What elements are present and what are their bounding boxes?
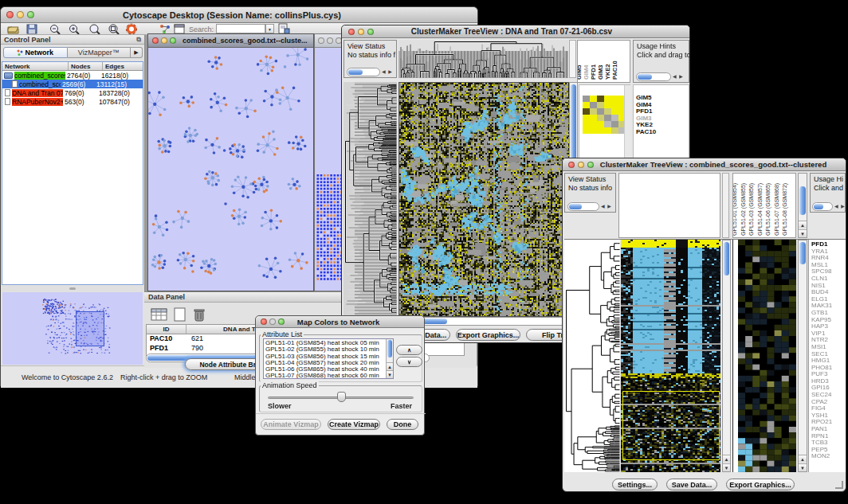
combined-top-vscrollbar[interactable]: ▲ ▼	[798, 173, 807, 238]
tab-overflow-button[interactable]: ▶	[131, 47, 143, 58]
treeview-combined-titlebar[interactable]: ClusterMaker TreeView : combined_scores_…	[563, 158, 846, 171]
delete-attribute-icon[interactable]	[192, 307, 206, 322]
close-button[interactable]	[6, 11, 14, 18]
help-icon[interactable]	[125, 23, 138, 35]
view-status-scrollbar[interactable]: ◀ ▶	[567, 202, 614, 211]
attribute-list-scrollbar[interactable]: ▲ ▼	[386, 339, 393, 378]
network-row[interactable]: combined_scores2764(0)16218(0)	[2, 71, 143, 80]
tab-network[interactable]: Network	[3, 47, 68, 58]
zoom-button[interactable]	[278, 318, 285, 325]
dna-mini-heatmap[interactable]	[583, 96, 626, 134]
report-icon[interactable]	[278, 23, 290, 34]
panel-divider[interactable]	[2, 286, 143, 292]
network-overview-canvas[interactable]	[2, 292, 143, 365]
dna-heatmap[interactable]	[398, 82, 570, 317]
zoom-button[interactable]	[587, 162, 594, 168]
close-button[interactable]	[152, 37, 159, 44]
attribute-list[interactable]: GPL51-01 (GSM854) heat shock 05 minGPL51…	[263, 338, 394, 379]
combined-save-data-button[interactable]: Save Data...	[666, 479, 717, 490]
treeview-dna-titlebar[interactable]: ClusterMaker TreeView : DNA and Tran 07-…	[342, 25, 689, 38]
usage-hints-scrollbar[interactable]: ◀ ▶	[812, 202, 846, 211]
network-row[interactable]: combined_sco2569(6)13112(15)	[2, 80, 143, 88]
gene-label[interactable]: MON2	[811, 453, 846, 460]
dna-rotated-labels: GIM5GIM4PFD1GIM3YKE2PAC10	[577, 40, 630, 83]
gene-label[interactable]: PAC10	[636, 129, 689, 136]
view-status-line2: No status info f	[347, 51, 396, 60]
search-dropdown-button[interactable]: ▼	[265, 24, 274, 33]
new-attribute-icon[interactable]	[173, 307, 187, 322]
animate-vizmap-button[interactable]: Animate Vizmap	[261, 419, 321, 430]
network-name: combined_scores	[14, 72, 65, 80]
network-nodes: 2764(0)	[65, 72, 100, 80]
zoom-out-icon[interactable]	[49, 24, 61, 34]
control-panel-title: Control Panel	[4, 36, 51, 44]
close-button[interactable]	[318, 37, 324, 44]
rotated-gene-label: PAC10	[611, 61, 618, 80]
minimize-button[interactable]	[358, 29, 364, 35]
tab-network-label: Network	[25, 49, 53, 57]
view-status-line2: No status info	[568, 184, 615, 193]
search-input[interactable]	[216, 24, 265, 33]
open-session-icon[interactable]	[7, 24, 19, 34]
combined-settings-button[interactable]: Settings...	[612, 479, 658, 490]
network-row[interactable]: DNA and Tran 07769(0)183728(0)	[2, 88, 143, 97]
zoom-button[interactable]	[27, 11, 34, 18]
main-titlebar[interactable]: Cytoscape Desktop (Session Name: collins…	[1, 7, 477, 23]
network-rows: combined_scores2764(0)16218(0)combined_s…	[2, 71, 143, 106]
create-vizmap-button[interactable]: Create Vizmap	[328, 419, 380, 430]
combined-detail-vscrollbar[interactable]: ▲ ▼	[798, 240, 807, 472]
rotated-column-label: GPL51-03 (GSM856)	[748, 183, 754, 236]
minimize-button[interactable]	[161, 37, 167, 44]
rotated-column-label: GPL51-06 (GSM865)	[765, 183, 771, 236]
combined-detail-heatmap[interactable]	[738, 240, 796, 472]
move-down-button[interactable]: ∨	[396, 357, 422, 367]
close-button[interactable]	[348, 29, 355, 35]
close-button[interactable]	[568, 162, 575, 168]
attribute-item[interactable]: GPL51-07 (GSM868) heat shock 60 min	[265, 373, 391, 379]
main-window-title: Cytoscape Desktop (Session Name: collins…	[34, 10, 430, 20]
network-window-1-titlebar[interactable]: combined_scores_good.txt--cluste...	[148, 34, 313, 48]
view-status-scrollbar[interactable]: ◀ ▶	[347, 68, 395, 76]
network-view-1-canvas[interactable]	[148, 48, 313, 291]
minimize-button[interactable]	[269, 318, 276, 325]
zoom-button[interactable]	[170, 37, 176, 44]
combined-export-graphics-button[interactable]: Export Graphics...	[726, 479, 795, 490]
data-col-id[interactable]: ID	[147, 325, 186, 334]
minimize-button[interactable]	[17, 11, 24, 18]
minimize-button[interactable]	[327, 37, 333, 44]
window-controls[interactable]	[1, 11, 34, 18]
close-button[interactable]	[261, 318, 267, 325]
network-name: RNAPuberNov2+	[12, 98, 63, 106]
animation-speed-label: Animation Speed	[261, 381, 319, 389]
folder-icon	[4, 72, 13, 79]
float-panel-icon[interactable]: ⧉	[136, 36, 141, 44]
zoom-in-icon[interactable]	[69, 24, 80, 34]
col-header-network[interactable]: Network	[2, 62, 69, 71]
combined-main-vscrollbar[interactable]: ▲ ▼	[722, 240, 731, 472]
resize-grip[interactable]	[835, 481, 843, 489]
combined-column-dendrogram-area[interactable]	[618, 173, 720, 238]
dna-row-dendrogram[interactable]	[344, 82, 397, 315]
dna-column-dendrogram[interactable]	[398, 40, 568, 78]
save-session-icon[interactable]	[26, 24, 37, 34]
divider2	[256, 413, 426, 414]
combined-gene-list[interactable]: PFD1YRA1RNR4MSL1SPC98CLN1NIS1BUD4ELG1MAK…	[808, 240, 846, 472]
zoom-button[interactable]	[367, 29, 374, 35]
dna-export-graphics-button[interactable]: Export Graphics...	[456, 329, 520, 341]
network-nodes: 769(0)	[63, 89, 97, 97]
tab-vizmapper[interactable]: VizMapper™	[68, 47, 132, 58]
network-row[interactable]: RNAPuberNov2+563(0)107847(0)	[2, 97, 143, 106]
zoom-selected-icon[interactable]	[108, 24, 120, 34]
zoom-fit-icon[interactable]	[88, 24, 100, 34]
done-button[interactable]: Done	[387, 419, 418, 430]
minimize-button[interactable]	[578, 162, 584, 168]
col-header-edges[interactable]: Edges	[103, 62, 143, 71]
usage-hints-scrollbar[interactable]: ◀ ▶	[636, 72, 687, 81]
combined-row-dendrogram[interactable]	[564, 240, 620, 472]
map-dialog-titlebar[interactable]: Map Colors to Network	[256, 316, 424, 328]
rotated-column-label: GPL51-02 (GSM855)	[740, 183, 746, 236]
attribute-table-icon[interactable]	[151, 307, 168, 322]
col-header-nodes[interactable]: Nodes	[69, 62, 103, 71]
move-up-button[interactable]: ∧	[396, 345, 422, 355]
speed-slider-thumb[interactable]	[337, 392, 346, 402]
